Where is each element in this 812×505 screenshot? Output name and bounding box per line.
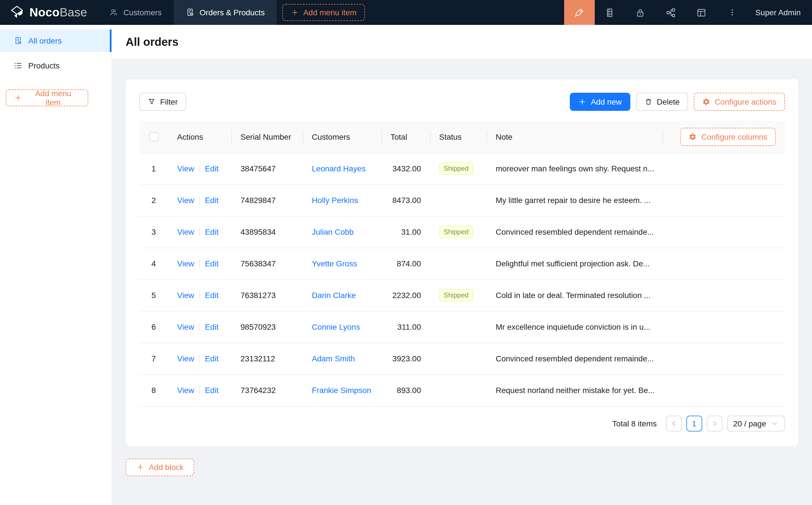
row-index: 1 [151,164,156,173]
sidebar-add-menu-item-label: Add menu item [27,89,80,107]
view-link[interactable]: View [177,196,194,205]
layout-toggle-button[interactable] [686,0,717,25]
row-index-cell[interactable]: 3 [139,216,168,248]
api-links-icon [666,7,676,18]
customer-cell: Leonard Hayes [303,153,381,184]
actions-cell: ViewEdit [168,184,232,216]
edit-link[interactable]: Edit [205,259,219,268]
nav-tab-orders-products[interactable]: Orders & Products [173,0,276,25]
select-all-checkbox[interactable] [149,132,158,141]
gear-icon [689,133,697,141]
action-divider [199,323,200,331]
customer-link[interactable]: Adam Smith [312,354,355,363]
pagination-page-1[interactable]: 1 [686,415,702,431]
view-link[interactable]: View [177,354,194,363]
orders-table-block: Filter Add new [126,79,798,446]
delete-button[interactable]: Delete [636,93,688,111]
more-menu-button[interactable] [717,0,748,25]
action-divider [199,387,200,394]
edit-link[interactable]: Edit [205,322,219,331]
actions-cell: ViewEdit [168,343,232,374]
sidebar-item-label: Products [28,61,60,70]
table-row: 5 ViewEdit 76381273 Darin Clarke 2232.00… [139,279,785,311]
actions-cell: ViewEdit [168,216,232,248]
pagination-prev-button[interactable] [666,415,682,431]
customer-link[interactable]: Julian Cobb [312,227,354,236]
pagination-next-button[interactable] [706,415,722,431]
actions-cell: ViewEdit [168,248,232,279]
sidebar: All orders Products Add menu item [0,25,112,505]
customer-link[interactable]: Holly Perkins [312,196,358,205]
customer-link[interactable]: Yvette Gross [312,259,357,268]
sidebar-item-all-orders[interactable]: All orders [0,29,112,52]
nocobase-logo[interactable]: NocoBase [0,0,97,25]
serial-number-cell: 23132112 [232,343,303,374]
row-index-cell[interactable]: 4 [139,248,168,279]
plugin-manager-button[interactable] [595,0,625,25]
plus-icon [291,8,299,16]
customer-cell: Frankie Simpson [303,374,381,406]
user-icon [109,8,118,17]
add-new-button[interactable]: Add new [570,93,630,111]
view-link[interactable]: View [177,259,194,268]
edit-link[interactable]: Edit [205,164,219,173]
row-index-cell[interactable]: 6 [139,311,168,343]
filter-label: Filter [160,97,178,106]
edit-link[interactable]: Edit [205,291,219,300]
api-doc-button[interactable] [656,0,686,25]
status-cell [430,184,487,216]
status-cell: Shipped [430,153,487,184]
lock-icon [635,7,646,18]
sidebar-add-menu-item-button[interactable]: Add menu item [6,90,88,106]
note-cell: Delightful met sufficient projection ask… [487,248,663,279]
row-index-cell[interactable]: 5 [139,279,168,311]
row-index: 8 [151,386,156,395]
note-cell: Request norland neither mistake for yet.… [487,374,663,406]
customer-link[interactable]: Leonard Hayes [312,164,366,173]
customer-link[interactable]: Darin Clarke [312,291,356,300]
filter-button[interactable]: Filter [139,93,186,111]
select-all-cell [139,121,168,153]
add-block-button[interactable]: Add block [126,458,194,476]
column-header-status: Status [430,121,487,153]
serial-number-cell: 73764232 [232,374,303,406]
designer-toggle-button[interactable] [564,0,595,25]
actions-cell: ViewEdit [168,374,232,406]
highlighter-icon [574,7,585,18]
serial-number-cell: 43895834 [232,216,303,248]
sidebar-item-products[interactable]: Products [0,54,112,77]
access-control-button[interactable] [625,0,656,25]
edit-link[interactable]: Edit [205,386,219,395]
nav-tab-customers[interactable]: Customers [97,0,173,25]
column-header-serial-number: Serial Number [232,121,303,153]
edit-link[interactable]: Edit [205,227,219,236]
customer-link[interactable]: Frankie Simpson [312,386,371,395]
note-cell: moreover man feelings own shy. Request n… [487,153,663,184]
row-index-cell[interactable]: 2 [139,184,168,216]
view-link[interactable]: View [177,291,194,300]
view-link[interactable]: View [177,227,194,236]
customer-link[interactable]: Connie Lyons [312,322,360,331]
edit-link[interactable]: Edit [205,196,219,205]
action-divider [199,292,200,299]
empty-cell [663,153,785,184]
view-link[interactable]: View [177,386,194,395]
row-index-cell[interactable]: 7 [139,343,168,374]
row-index-cell[interactable]: 1 [139,153,168,184]
view-link[interactable]: View [177,164,194,173]
action-divider [199,197,200,204]
page-size-select[interactable]: 20 / page [727,415,785,431]
configure-columns-button[interactable]: Configure columns [680,128,776,146]
nav-add-menu-item-button[interactable]: Add menu item [282,4,365,21]
edit-link[interactable]: Edit [205,354,219,363]
pagination: Total 8 items 1 20 / page [139,415,785,431]
row-index-cell[interactable]: 8 [139,374,168,406]
action-divider [199,355,200,362]
table-body: 1 ViewEdit 38475647 Leonard Hayes 3432.0… [139,153,785,406]
row-index: 4 [151,259,156,268]
user-menu[interactable]: Super Admin [748,0,812,25]
empty-cell [663,216,785,248]
configure-actions-button[interactable]: Configure actions [694,93,785,111]
status-cell: Shipped [430,279,487,311]
view-link[interactable]: View [177,322,194,331]
